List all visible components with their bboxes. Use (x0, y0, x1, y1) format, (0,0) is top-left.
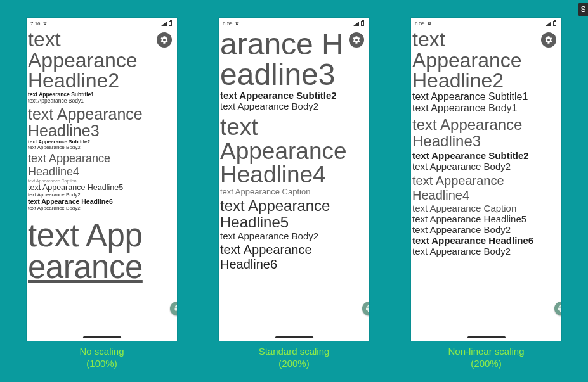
caption-no-scaling: No scaling(100%) (27, 346, 177, 370)
battery-icon (553, 21, 556, 26)
text-subtitle2: text Appearance Subtitle2 (412, 150, 560, 161)
text-body1: text Appearance Body1 (412, 103, 560, 114)
text-headline5: text Appearance Headline5 (28, 183, 176, 192)
text-body2c: text Appearance Body2 (28, 205, 176, 211)
status-icons-left: ✿ ⋯ (43, 21, 53, 26)
text-caption: text Appearance Caption (28, 179, 176, 183)
nav-indicator (83, 336, 121, 338)
text-body2b: text Appearance Body2 (28, 192, 176, 198)
phone-nonlinear-200: 6:59 ✿ ⋯ textAppearanceHeadline2 text Ap… (411, 18, 561, 341)
content-area: text Appearance Headline2 text Appearanc… (27, 29, 177, 283)
android-dock-bubble[interactable] (554, 302, 561, 315)
status-time: 6:59 (415, 21, 425, 27)
status-icons-left: ✿ ⋯ (235, 21, 245, 26)
status-time: 6:59 (223, 21, 233, 27)
signal-icon (546, 22, 551, 26)
text-body2b: text Appearance Body2 (220, 231, 368, 241)
text-subtitle2: text Appearance Subtitle2 (28, 139, 176, 144)
text-body2: text Appearance Body2 (412, 161, 560, 172)
nav-indicator (467, 336, 506, 338)
text-headline6: text Appearance Headline6 (412, 235, 560, 246)
text-body2c: text Appearance Body2 (412, 246, 560, 257)
content-area: arance Headline3 text Appearance Subtitl… (219, 29, 369, 272)
text-body1: text Appearance Body1 (28, 98, 176, 104)
text-headline4: text AppearanceHeadline4 (28, 152, 176, 178)
caption-nonlinear: Non-linear scaling(200%) (411, 346, 561, 370)
text-headline6: text AppearanceHeadline6 (220, 243, 368, 272)
text-subtitle1: text Appearance Subtitle1 (28, 91, 176, 98)
text-headline1-clipped: text Appearance (28, 220, 176, 283)
android-icon (558, 305, 561, 312)
android-dock-bubble[interactable] (362, 302, 369, 315)
text-body2b: text Appearance Body2 (412, 224, 560, 235)
phone-standard-200: 6:59 ✿ ⋯ arance Headline3 text Appearanc… (219, 18, 369, 341)
text-headline3: text AppearanceHeadline3 (28, 106, 176, 139)
text-headline2: textAppearanceHeadline2 (412, 29, 560, 91)
caption-standard: Standard scaling(200%) (219, 346, 369, 370)
text-headline2: text Appearance Headline2 (28, 29, 176, 91)
status-icons-left: ✿ ⋯ (428, 21, 437, 26)
text-headline4: text AppearanceHeadline4 (412, 174, 560, 203)
status-time: 7:16 (30, 21, 41, 27)
text-headline4: textAppearanceHeadline4 (220, 115, 368, 187)
captions-row: No scaling(100%) Standard scaling(200%) … (0, 341, 588, 370)
text-subtitle1: text Appearance Subtitle1 (412, 91, 560, 103)
text-headline3-clipped: arance Headline3 (220, 29, 368, 90)
signal-icon (353, 22, 359, 26)
content-area: textAppearanceHeadline2 text Appearance … (411, 29, 561, 257)
phone-no-scaling: 7:16 ✿ ⋯ text Appearance Headline2 text … (27, 18, 177, 341)
text-body2: text Appearance Body2 (220, 101, 368, 111)
text-headline5: text Appearance Headline5 (412, 213, 560, 224)
battery-icon (169, 21, 172, 26)
nav-indicator (275, 336, 313, 338)
text-caption: text Appearance Caption (220, 187, 368, 196)
text-subtitle2: text Appearance Subtitle2 (220, 90, 368, 101)
signal-icon (161, 22, 167, 26)
battery-icon (361, 21, 364, 26)
text-caption: text Appearance Caption (412, 203, 560, 213)
side-fragment-tab: S (578, 3, 588, 16)
text-headline6: text Appearance Headline6 (28, 198, 176, 205)
phones-row: 7:16 ✿ ⋯ text Appearance Headline2 text … (0, 0, 588, 341)
text-body2: text Appearance Body2 (28, 144, 176, 150)
android-icon (173, 305, 177, 312)
android-icon (365, 305, 369, 312)
android-dock-bubble[interactable] (170, 302, 177, 315)
text-headline3: text AppearanceHeadline3 (412, 117, 560, 150)
text-headline5: text AppearanceHeadline5 (220, 198, 368, 231)
